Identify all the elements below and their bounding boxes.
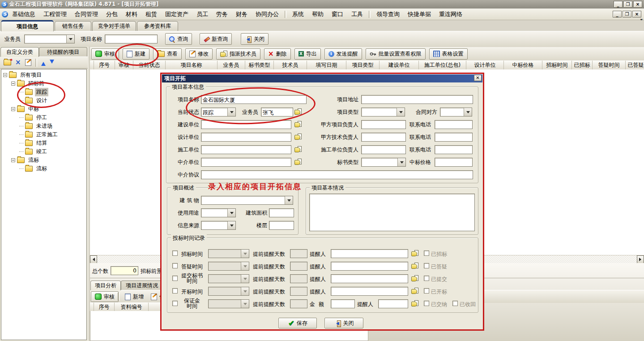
save-button[interactable]: ✔保存 (278, 318, 317, 328)
usage-select[interactable] (201, 208, 236, 217)
column-header[interactable]: 填写日期 (307, 60, 346, 69)
move-down-icon[interactable] (50, 60, 54, 66)
reminder-person-field[interactable] (331, 287, 408, 296)
advance-days-field[interactable] (290, 274, 307, 283)
column-header[interactable]: 序号 (94, 60, 115, 69)
column-header[interactable]: 建设单位 (380, 60, 419, 69)
query-button[interactable]: 查询 (165, 33, 192, 45)
bid-time-date-select[interactable] (208, 299, 249, 308)
tab-project-analysis[interactable]: 项目分析 (90, 281, 121, 290)
phone-field[interactable] (435, 120, 473, 129)
floor-field[interactable] (269, 221, 294, 230)
tab-project-progress[interactable]: 项目进展情况 (121, 281, 163, 290)
modify-button[interactable]: 修改 (185, 48, 213, 60)
chevron-down-icon[interactable] (241, 262, 249, 270)
column-header[interactable]: 已招标 (572, 60, 593, 69)
audit-button[interactable]: 审核 (91, 48, 119, 60)
chevron-down-icon[interactable] (241, 250, 249, 258)
tree-node-failed-bid[interactable]: 流标 (1, 156, 86, 164)
bid-time-checkbox[interactable] (172, 288, 178, 294)
tab-reference-library[interactable]: 参考资料库 (137, 21, 178, 31)
done-checkbox[interactable] (424, 263, 429, 268)
column-header[interactable]: 审核 (115, 60, 133, 69)
picker-hand-icon[interactable] (411, 263, 418, 269)
done-checkbox[interactable] (424, 276, 429, 281)
menu-item[interactable]: 固定资产 (161, 9, 192, 20)
bid-time-checkbox[interactable] (172, 276, 178, 281)
menu-item[interactable]: 基础信息 (8, 9, 39, 20)
current-status-select[interactable]: 跟踪 (201, 108, 236, 117)
send-reminder-button[interactable]: i发送提醒 (324, 48, 362, 60)
collapse-icon[interactable] (11, 107, 15, 111)
menu-item[interactable]: 协同办公 (252, 9, 283, 20)
advance-days-field[interactable] (290, 299, 307, 308)
project-address-field[interactable] (361, 95, 473, 104)
tree-node-won-bid[interactable]: 中标 (1, 105, 86, 113)
done-checkbox[interactable] (424, 250, 429, 256)
picker-hand-icon[interactable] (411, 250, 418, 256)
delete-category-icon[interactable]: × (15, 60, 21, 65)
phone-field[interactable] (435, 145, 473, 154)
tree-node-tracking[interactable]: 跟踪 (1, 88, 86, 96)
chevron-down-icon[interactable] (397, 158, 405, 166)
tree-node-normal-construction[interactable]: 正常施工 (1, 130, 86, 139)
tree-node-stopped[interactable]: 停工 (1, 113, 86, 122)
tree-node-not-entered[interactable]: 未进场 (1, 122, 86, 130)
chevron-down-icon[interactable] (227, 108, 235, 116)
menu-item[interactable]: 工程管理 (39, 9, 71, 20)
bid-time-date-select[interactable] (208, 274, 249, 283)
tab-project-info[interactable]: 项目信息 (1, 20, 54, 31)
view-button[interactable]: 查看 (153, 48, 182, 60)
chevron-down-icon[interactable] (66, 35, 74, 43)
chevron-down-icon[interactable] (241, 287, 249, 295)
picker-hand-icon[interactable] (294, 121, 302, 127)
collapse-icon[interactable] (3, 73, 7, 77)
collapse-icon[interactable] (11, 82, 15, 86)
contractor-manager-field[interactable] (361, 145, 406, 154)
edit-category-icon[interactable] (25, 59, 31, 66)
menu-item[interactable]: 重连网络 (435, 9, 466, 20)
phone-field[interactable] (435, 133, 473, 142)
bid-time-date-select[interactable] (208, 287, 249, 296)
info-source-select[interactable] (201, 221, 236, 230)
grid-settings-button[interactable]: 表格设置 (429, 48, 468, 60)
bottom-audit-button[interactable]: 审核 (91, 291, 119, 302)
column-header[interactable]: 序号 (94, 302, 115, 311)
new-folder-icon[interactable]: * (4, 60, 11, 65)
salesman-select[interactable] (24, 35, 75, 43)
delete-button[interactable]: ×删除 (264, 48, 291, 60)
collapse-icon[interactable] (11, 158, 15, 162)
agency-agreement-field[interactable] (201, 170, 473, 179)
building-select[interactable] (201, 196, 293, 205)
advance-days-field[interactable] (290, 262, 307, 271)
chevron-down-icon[interactable] (241, 300, 249, 308)
construction-unit-field[interactable] (201, 120, 291, 129)
column-header[interactable]: 标书类型 (245, 60, 274, 69)
bottom-add-button[interactable]: 新增 (121, 291, 147, 302)
picker-hand-icon[interactable] (411, 288, 418, 294)
tree-node-pre-bid[interactable]: 招标前 (1, 79, 86, 88)
bid-time-checkbox[interactable] (172, 301, 178, 306)
column-header[interactable]: 设计单位 (466, 60, 504, 69)
chevron-down-icon[interactable] (227, 209, 235, 217)
salesman-field[interactable]: 张飞 (261, 108, 293, 117)
design-unit-field[interactable] (201, 133, 291, 142)
amount-field[interactable] (331, 299, 355, 308)
agency-unit-field[interactable] (201, 158, 291, 167)
picker-hand-icon[interactable] (411, 300, 418, 306)
project-type-select[interactable] (361, 108, 405, 117)
tab-competitors[interactable]: 竞争对手清单 (92, 21, 136, 31)
bid-time-checkbox[interactable] (172, 250, 178, 256)
project-name-input[interactable] (105, 35, 158, 43)
column-header[interactable]: 答疑时间 (593, 60, 626, 69)
column-header[interactable]: 技术员 (274, 60, 307, 69)
dialog-close-button-bottom[interactable]: 关闭 (324, 318, 363, 328)
new-button[interactable]: 新建 (123, 48, 149, 60)
restore-button[interactable]: ❐ (623, 1, 632, 8)
picker-hand-icon[interactable] (294, 146, 302, 152)
paid-checkbox[interactable] (424, 301, 429, 306)
menu-item[interactable]: 工具 (347, 9, 367, 20)
menu-item[interactable]: 帮助 (308, 9, 328, 20)
scroll-left-button[interactable] (90, 255, 97, 263)
column-header[interactable]: 施工单位(总包) (419, 60, 466, 69)
